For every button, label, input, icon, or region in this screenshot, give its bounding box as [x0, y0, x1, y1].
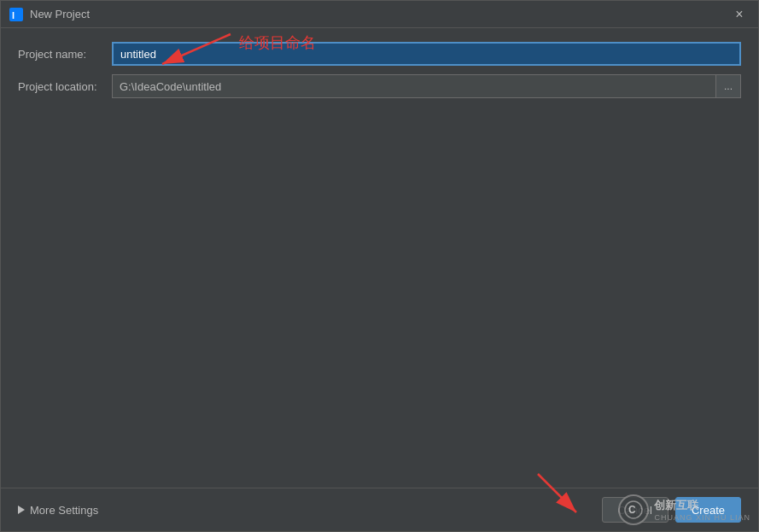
watermark: C 创新互联 CHUANG XIN HU LIAN: [618, 494, 750, 525]
watermark-text: 创新互联 CHUANG XIN HU LIAN: [654, 498, 750, 522]
close-button[interactable]: ×: [729, 4, 750, 25]
watermark-brand-sub: CHUANG XIN HU LIAN: [654, 513, 750, 522]
more-settings-toggle[interactable]: More Settings: [18, 504, 98, 517]
project-location-field-group: ...: [112, 74, 741, 98]
project-location-input[interactable]: [112, 74, 715, 98]
expand-icon: [18, 506, 25, 514]
project-name-row: Project name:: [18, 42, 741, 66]
more-settings-label: More Settings: [30, 504, 98, 517]
dialog-window: I New Project × Project name: Project lo…: [0, 0, 759, 532]
app-icon: I: [9, 8, 23, 21]
title-bar: I New Project ×: [1, 1, 758, 28]
project-location-row: Project location: ...: [18, 74, 741, 98]
content-area: [18, 107, 741, 474]
watermark-brand-name: 创新互联: [654, 498, 750, 513]
svg-text:I: I: [12, 10, 15, 20]
project-name-label: Project name:: [18, 48, 112, 61]
project-name-input[interactable]: [112, 42, 741, 66]
project-location-label: Project location:: [18, 80, 112, 93]
dialog-title: New Project: [30, 8, 729, 20]
dialog-content: Project name: Project location: ...: [1, 28, 758, 488]
browse-button[interactable]: ...: [715, 74, 741, 98]
watermark-logo: C: [618, 494, 649, 525]
svg-text:C: C: [628, 504, 636, 516]
